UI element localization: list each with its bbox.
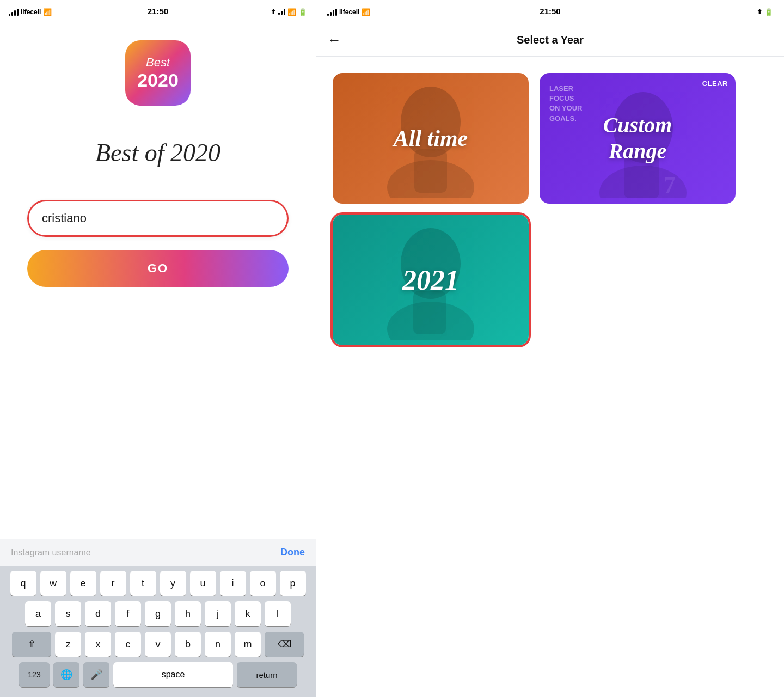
key-y[interactable]: y xyxy=(160,571,186,596)
svg-rect-2 xyxy=(414,149,447,193)
custom-sub-text: LASERFOCUSON YOURGOALS. xyxy=(549,84,582,124)
key-s[interactable]: s xyxy=(55,601,81,626)
keyboard-area: Instagram username Done q w e r t y u i … xyxy=(0,539,316,697)
key-v[interactable]: v xyxy=(145,632,171,657)
key-space[interactable]: space xyxy=(113,662,233,687)
key-c[interactable]: c xyxy=(115,632,141,657)
input-container xyxy=(27,200,289,237)
key-q[interactable]: q xyxy=(10,571,36,596)
key-g[interactable]: g xyxy=(145,601,171,626)
carrier-right: lifecell 📶 xyxy=(327,8,370,16)
svg-rect-9 xyxy=(413,291,446,334)
key-backspace[interactable]: ⌫ xyxy=(265,632,304,657)
app-title: Best of 2020 xyxy=(95,138,220,167)
time-right: 21:50 xyxy=(540,7,560,16)
wifi-icon-left-2: 📶 xyxy=(287,8,296,16)
navigation-icon-left: ⬆ xyxy=(271,8,276,16)
year-grid: All time 7 LASERFOCUSON YOURGOALS. CLEAR… xyxy=(316,57,784,362)
battery-icon-left: 🔋 xyxy=(298,8,307,16)
all-time-label: All time xyxy=(394,125,468,152)
keyboard-toolbar: Instagram username Done xyxy=(0,539,316,566)
keyboard-done-button[interactable]: Done xyxy=(280,547,305,558)
wifi-icon-left: 📶 xyxy=(43,8,52,16)
key-i[interactable]: i xyxy=(220,571,246,596)
carrier-name-left: lifecell xyxy=(21,8,41,16)
keyboard: q w e r t y u i o p a s d f g h j k xyxy=(0,566,316,697)
key-l[interactable]: l xyxy=(265,601,291,626)
key-d[interactable]: d xyxy=(85,601,111,626)
all-time-card[interactable]: All time xyxy=(333,73,529,204)
svg-text:7: 7 xyxy=(664,172,676,198)
key-t[interactable]: t xyxy=(130,571,156,596)
app-icon: Best 2020 xyxy=(125,40,191,106)
key-globe[interactable]: 🌐 xyxy=(53,662,79,687)
header-right: ← Select a Year xyxy=(316,24,784,57)
status-bar-left: lifecell 📶 21:50 ⬆ 📶 🔋 xyxy=(0,0,316,24)
signal-icon xyxy=(9,9,19,16)
right-panel: lifecell 📶 21:50 ⬆ 🔋 ← Select a Year xyxy=(316,0,784,697)
status-right-right: ⬆ 🔋 xyxy=(757,8,773,16)
app-icon-year: 2020 xyxy=(137,70,179,91)
battery-icon-right: 🔋 xyxy=(764,8,773,16)
key-mic[interactable]: 🎤 xyxy=(83,662,109,687)
key-u[interactable]: u xyxy=(190,571,216,596)
key-p[interactable]: p xyxy=(280,571,306,596)
page-title: Select a Year xyxy=(517,34,584,46)
wifi-icon-right: 📶 xyxy=(362,8,370,16)
year-2021-text: 2021 xyxy=(402,265,459,296)
key-h[interactable]: h xyxy=(175,601,201,626)
status-right-left: ⬆ 📶 🔋 xyxy=(271,8,307,16)
keyboard-row-2: a s d f g h j k l xyxy=(2,601,314,626)
go-button[interactable]: GO xyxy=(27,250,289,287)
key-r[interactable]: r xyxy=(100,571,126,596)
key-123[interactable]: 123 xyxy=(19,662,50,687)
key-e[interactable]: e xyxy=(70,571,96,596)
key-j[interactable]: j xyxy=(205,601,231,626)
key-f[interactable]: f xyxy=(115,601,141,626)
key-shift[interactable]: ⇧ xyxy=(12,632,51,657)
key-m[interactable]: m xyxy=(235,632,261,657)
key-n[interactable]: n xyxy=(205,632,231,657)
all-time-text: All time xyxy=(394,126,468,151)
key-return[interactable]: return xyxy=(237,662,297,687)
key-a[interactable]: a xyxy=(25,601,51,626)
keyboard-row-4: 123 🌐 🎤 space return xyxy=(2,662,314,687)
custom-range-text: CustomRange xyxy=(603,113,672,163)
key-x[interactable]: x xyxy=(85,632,111,657)
signal-icon-2 xyxy=(278,9,285,15)
back-button[interactable]: ← xyxy=(327,32,341,48)
key-o[interactable]: o xyxy=(250,571,276,596)
status-bar-right: lifecell 📶 21:50 ⬆ 🔋 xyxy=(316,0,784,24)
signal-icon-right xyxy=(327,9,337,16)
left-panel: lifecell 📶 21:50 ⬆ 📶 🔋 Best 2020 Best of… xyxy=(0,0,316,697)
carrier-name-right: lifecell xyxy=(339,8,359,16)
carrier-left: lifecell 📶 xyxy=(9,8,52,16)
navigation-icon-right: ⬆ xyxy=(757,8,762,16)
keyboard-row-3: ⇧ z x c v b n m ⌫ xyxy=(2,632,314,657)
app-icon-best: Best xyxy=(146,56,170,70)
time-left: 21:50 xyxy=(148,7,168,16)
keyboard-placeholder: Instagram username xyxy=(11,548,91,558)
username-input[interactable] xyxy=(27,200,289,237)
year-2021-card[interactable]: 2021 xyxy=(333,215,529,345)
key-b[interactable]: b xyxy=(175,632,201,657)
keyboard-row-1: q w e r t y u i o p xyxy=(2,571,314,596)
custom-range-card[interactable]: 7 LASERFOCUSON YOURGOALS. CLEAR CustomRa… xyxy=(540,73,736,204)
year-2021-label: 2021 xyxy=(402,264,459,296)
custom-range-label: CustomRange xyxy=(603,112,672,164)
key-z[interactable]: z xyxy=(55,632,81,657)
key-w[interactable]: w xyxy=(40,571,66,596)
key-k[interactable]: k xyxy=(235,601,261,626)
clear-badge: CLEAR xyxy=(702,80,728,88)
